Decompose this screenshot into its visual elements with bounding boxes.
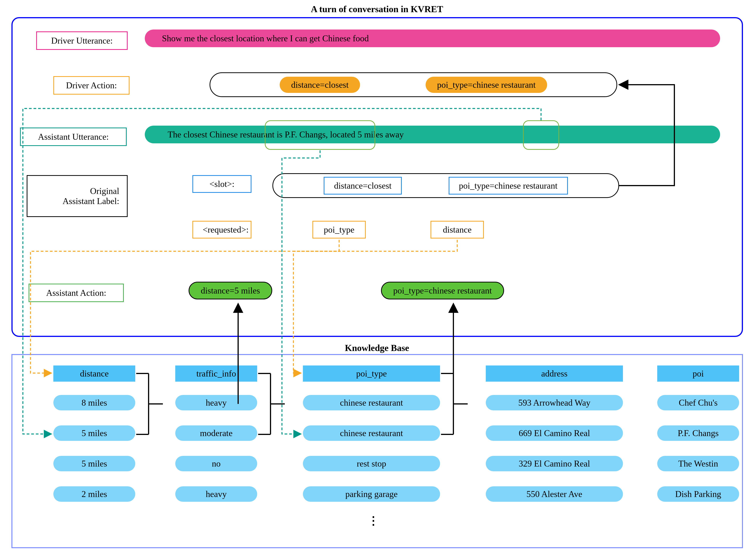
driver-utterance-bubble: Show me the closest location where I can…: [145, 29, 720, 47]
assistant-utterance-bubble: The closest Chinese restaurant is P.F. C…: [145, 126, 720, 143]
requested-poi-type: poi_type: [312, 221, 366, 239]
kb-header-poi: poi: [657, 365, 739, 382]
kb-cell: no: [175, 456, 257, 471]
kb-cell: moderate: [175, 425, 257, 441]
requested-label: <requested>:: [192, 221, 251, 239]
kb-cell: 593 Arrowhead Way: [486, 395, 623, 411]
kb-header-traffic: traffic_info: [175, 365, 257, 382]
kb-cell: Chef Chu's: [657, 395, 739, 411]
original-label-line1: Original: [90, 186, 119, 196]
kb-cell: parking garage: [303, 486, 440, 502]
kb-header-address: address: [486, 365, 623, 382]
requested-distance: distance: [430, 221, 484, 239]
driver-utterance-label: Driver Utterance:: [36, 32, 128, 50]
driver-action-slot2: poi_type=chinese restaurant: [426, 77, 547, 93]
kb-cell: chinese restaurant: [303, 425, 440, 441]
kb-header-distance: distance: [53, 365, 135, 382]
kb-cell: 8 miles: [53, 395, 135, 411]
kb-cell: rest stop: [303, 456, 440, 471]
diagram-title: A turn of conversation in KVRET: [0, 4, 754, 14]
kb-cell: heavy: [175, 486, 257, 502]
driver-action-label: Driver Action:: [53, 76, 130, 95]
kb-cell: heavy: [175, 395, 257, 411]
kb-cell: 550 Alester Ave: [486, 486, 623, 502]
original-assistant-label: Original Assistant Label:: [27, 175, 128, 217]
kb-cell: Dish Parking: [657, 486, 739, 502]
original-label-line2: Assistant Label:: [62, 196, 119, 206]
kb-cell: 5 miles: [53, 425, 135, 441]
driver-action-container: distance=closest poi_type=chinese restau…: [210, 72, 617, 97]
kb-cell: 5 miles: [53, 456, 135, 471]
slot-label: <slot>:: [192, 175, 251, 193]
assistant-utterance-label: Assistant Utterance:: [20, 127, 127, 146]
slot-value-2: poi_type=chinese restaurant: [449, 177, 568, 195]
kb-cell: 2 miles: [53, 486, 135, 502]
kb-cell: 669 El Camino Real: [486, 425, 623, 441]
slot-value-1: distance=closest: [324, 177, 402, 195]
kb-cell: chinese restaurant: [303, 395, 440, 411]
assistant-action-1: distance=5 miles: [189, 282, 272, 299]
assistant-action-label: Assistant Action:: [28, 284, 124, 302]
kb-cell: The Westin: [657, 456, 739, 471]
driver-action-slot1: distance=closest: [279, 77, 360, 93]
kb-cell: 329 El Camino Real: [486, 456, 623, 471]
kb-cell: P.F. Changs: [657, 425, 739, 441]
slot-container: distance=closest poi_type=chinese restau…: [272, 173, 619, 198]
kb-header-poitype: poi_type: [303, 365, 440, 382]
kb-title: Knowledge Base: [0, 343, 754, 353]
kb-ellipsis-icon: ⋮: [368, 514, 379, 527]
assistant-action-2: poi_type=chinese restaurant: [381, 282, 504, 299]
